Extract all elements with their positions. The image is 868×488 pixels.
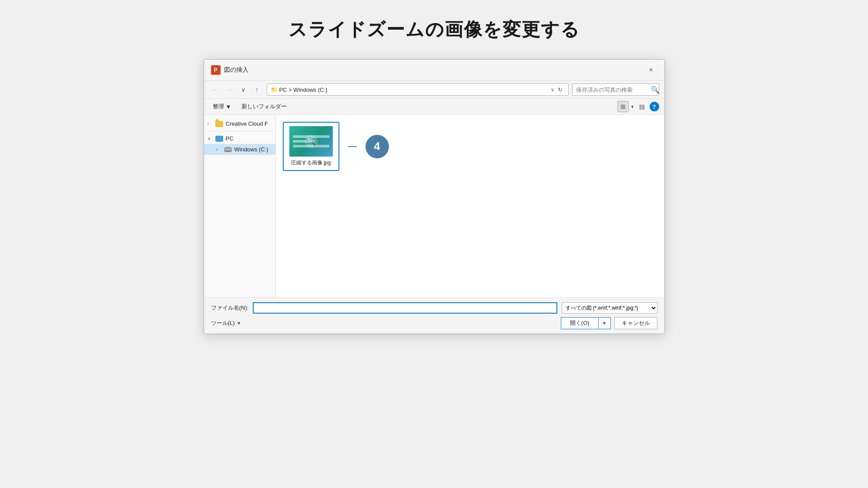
file-name-label: 圧縮する画像.jpg <box>291 159 331 167</box>
view-button-grid[interactable]: ⊞ <box>617 101 629 112</box>
open-button[interactable]: 開く(O) <box>561 318 599 329</box>
page-wrapper: スライドズームの画像を変更する P 図の挿入 × ← → ∨ ↑ 📁 PC > … <box>173 17 695 334</box>
view-button-list[interactable]: ▤ <box>637 101 648 112</box>
sidebar-divider <box>208 131 272 131</box>
sidebar: › Creative Cloud F ∨ PC › <box>204 115 276 297</box>
up-button[interactable]: ↑ <box>251 84 263 96</box>
step-badge: 4 <box>365 135 389 158</box>
forward-button[interactable]: → <box>223 84 235 96</box>
dialog-body: › Creative Cloud F ∨ PC › <box>204 115 664 297</box>
filename-input[interactable] <box>253 302 557 314</box>
pc-icon <box>215 136 223 142</box>
view-grid-icon: ⊞ <box>620 103 626 110</box>
sidebar-item-creativecloud[interactable]: › Creative Cloud F <box>204 118 275 129</box>
page-title: スライドズームの画像を変更する <box>288 17 580 42</box>
content-area: 🔍 圧縮する画像.jpg 4 <box>276 115 664 297</box>
cancel-button[interactable]: キャンセル <box>614 317 657 329</box>
file-thumbnail: 🔍 <box>289 126 333 157</box>
view-list-icon: ▤ <box>639 103 645 110</box>
tools-group[interactable]: ツール(L) ▼ <box>211 319 241 327</box>
dialog: P 図の挿入 × ← → ∨ ↑ 📁 PC > Windows (C:) ∨ ↻… <box>204 59 665 334</box>
chevron-icon: › <box>208 121 213 126</box>
sidebar-item-pc[interactable]: ∨ PC <box>204 133 275 144</box>
svg-point-2 <box>228 150 228 151</box>
view-dropdown-chevron[interactable]: ▼ <box>630 104 635 109</box>
dialog-bottom: ファイル名(N): すべての図 (*.emf;*.wmf;*.jpg;*j ツー… <box>204 297 664 334</box>
address-path: PC > Windows (C:) <box>279 87 549 93</box>
search-input[interactable] <box>576 87 649 93</box>
search-overlay-icon: 🔍 <box>305 135 318 148</box>
chevron-icon-pc: ∨ <box>208 136 213 141</box>
search-bar: 🔍 <box>572 84 659 96</box>
file-item[interactable]: 🔍 圧縮する画像.jpg <box>283 122 339 171</box>
drive-icon <box>224 147 232 153</box>
toolbar2-left: 整理 ▼ 新しいフォルダー <box>209 101 291 112</box>
connector-line <box>348 146 357 147</box>
buttons-row: ツール(L) ▼ 開く(O) ▼ キャンセル <box>211 317 657 329</box>
dialog-titlebar: P 図の挿入 × <box>204 60 664 81</box>
organize-label: 整理 <box>213 103 224 110</box>
address-chevron[interactable]: ∨ <box>551 87 554 93</box>
tools-chevron: ▼ <box>236 321 241 326</box>
drive-svg <box>224 147 232 153</box>
sidebar-item-label: Creative Cloud F <box>226 120 268 127</box>
titlebar-left: P 図の挿入 <box>211 65 248 75</box>
filename-label: ファイル名(N): <box>211 304 249 312</box>
help-button[interactable]: ? <box>650 102 659 111</box>
search-icon: 🔍 <box>651 86 660 94</box>
close-button[interactable]: × <box>645 64 657 76</box>
toolbar2-right: ⊞ ▼ ▤ ? <box>617 101 659 112</box>
open-button-group: 開く(O) ▼ <box>561 317 611 329</box>
filetype-select[interactable]: すべての図 (*.emf;*.wmf;*.jpg;*j <box>562 302 657 314</box>
open-dropdown-button[interactable]: ▼ <box>599 318 610 329</box>
file-item-wrapper: 🔍 圧縮する画像.jpg 4 <box>283 122 657 171</box>
refresh-button[interactable]: ↻ <box>556 85 565 94</box>
secondary-toolbar: 整理 ▼ 新しいフォルダー ⊞ ▼ ▤ ? <box>204 99 664 115</box>
dialog-title: 図の挿入 <box>224 66 248 74</box>
organize-button[interactable]: 整理 ▼ <box>209 101 235 112</box>
new-folder-button[interactable]: 新しいフォルダー <box>238 101 290 112</box>
filename-row: ファイル名(N): すべての図 (*.emf;*.wmf;*.jpg;*j <box>211 302 657 314</box>
sidebar-item-windows-label: Windows (C:) <box>235 146 268 153</box>
address-bar[interactable]: 📁 PC > Windows (C:) ∨ ↻ <box>267 84 569 96</box>
back-button[interactable]: ← <box>209 84 221 96</box>
sidebar-item-pc-label: PC <box>226 135 234 142</box>
svg-rect-1 <box>225 148 231 150</box>
dropdown-button[interactable]: ∨ <box>237 84 249 96</box>
chevron-icon-windows: › <box>216 147 221 152</box>
svg-rect-3 <box>225 147 231 148</box>
folder-icon <box>215 121 223 127</box>
nav-toolbar: ← → ∨ ↑ 📁 PC > Windows (C:) ∨ ↻ 🔍 <box>204 81 664 99</box>
tools-label: ツール(L) <box>211 319 235 327</box>
ppt-icon: P <box>211 65 221 75</box>
sidebar-item-windows[interactable]: › Windows (C:) <box>204 144 275 155</box>
organize-chevron: ▼ <box>226 104 231 110</box>
